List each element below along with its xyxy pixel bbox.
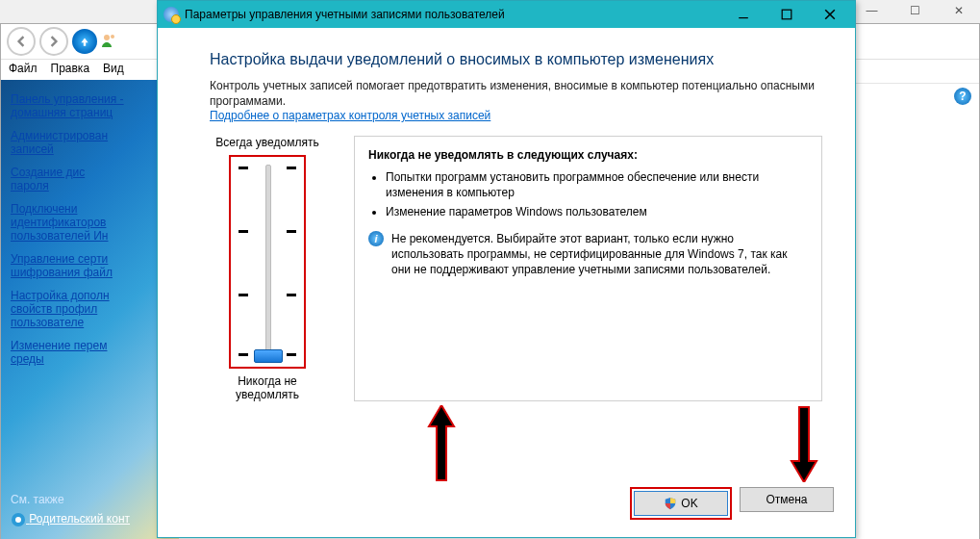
desc-note: Не рекомендуется. Выбирайте этот вариант… xyxy=(391,231,808,277)
svg-point-3 xyxy=(15,517,21,523)
side-link-profile[interactable]: Настройка дополнсвойств профилпользовате… xyxy=(11,289,169,329)
dialog-title: Параметры управления учетными записями п… xyxy=(185,8,721,21)
outer-minimize-button[interactable]: — xyxy=(850,0,893,21)
nav-forward-button[interactable] xyxy=(39,27,68,56)
menu-file[interactable]: Файл xyxy=(9,62,38,81)
shield-icon xyxy=(664,497,677,510)
uac-shield-icon xyxy=(163,7,179,22)
side-foot-link[interactable]: Родительский конт xyxy=(11,512,130,527)
slider-label-top: Всегда уведомлять xyxy=(210,136,325,149)
bg-side-panel: Панель управления -домашняя страниц Адми… xyxy=(1,80,179,539)
user-icon xyxy=(101,33,116,51)
uac-dialog: Параметры управления учетными записями п… xyxy=(157,0,856,538)
uac-slider-highlight xyxy=(229,155,306,369)
cancel-button[interactable]: Отмена xyxy=(740,487,834,512)
dialog-intro-text: Контроль учетных записей помогает предот… xyxy=(210,78,822,109)
desc-bullet: Попытки программ установить программное … xyxy=(386,169,808,200)
ok-button-highlight: OK xyxy=(630,487,732,520)
dialog-button-bar: OK Отмена xyxy=(630,487,834,520)
learn-more-link[interactable]: Подробнее о параметрах контроля учетных … xyxy=(210,109,490,122)
desc-bullet: Изменение параметров Windows пользовател… xyxy=(386,204,808,219)
side-link-connect[interactable]: Подключениидентификаторовпользователей И… xyxy=(11,202,169,243)
svg-rect-5 xyxy=(782,10,792,19)
side-foot-header: См. также xyxy=(11,493,130,506)
dialog-maximize-button[interactable] xyxy=(765,1,808,28)
side-link-env[interactable]: Изменение перемсреды xyxy=(11,339,169,366)
slider-description-panel: Никогда не уведомлять в следующих случая… xyxy=(354,136,822,401)
menu-edit[interactable]: Правка xyxy=(51,62,90,81)
dialog-minimize-button[interactable] xyxy=(721,1,765,28)
info-icon: i xyxy=(368,231,384,246)
outer-maximize-button[interactable]: ☐ xyxy=(893,0,937,21)
ok-button[interactable]: OK xyxy=(634,491,728,516)
menu-view[interactable]: Вид xyxy=(103,62,124,81)
side-link-disk[interactable]: Создание диспароля xyxy=(11,166,169,192)
svg-point-0 xyxy=(104,35,110,40)
outer-window-controls: — ☐ ✕ xyxy=(850,0,980,21)
help-icon[interactable]: ? xyxy=(954,88,971,105)
side-home-link[interactable]: Панель управления -домашняя страниц xyxy=(11,92,169,119)
slider-track xyxy=(265,165,271,359)
slider-label-bottom: Никогда не уведомлять xyxy=(210,374,325,401)
annotation-arrow-down-icon xyxy=(790,405,818,482)
desc-heading: Никогда не уведомлять в следующих случая… xyxy=(368,148,808,162)
ok-button-label: OK xyxy=(681,497,697,510)
side-link-certs[interactable]: Управление сертишифрования файл xyxy=(11,252,169,279)
dialog-close-button[interactable] xyxy=(808,1,851,28)
dialog-titlebar: Параметры управления учетными записями п… xyxy=(158,1,855,28)
side-link-admin[interactable]: Администрированзаписей xyxy=(11,129,169,156)
outer-close-button[interactable]: ✕ xyxy=(937,0,980,21)
cancel-button-label: Отмена xyxy=(766,493,807,506)
dialog-heading: Настройка выдачи уведомлений о вносимых … xyxy=(210,51,822,68)
annotation-arrow-up-icon xyxy=(427,405,456,482)
uac-slider-thumb[interactable] xyxy=(254,349,283,363)
nav-up-button[interactable] xyxy=(72,29,97,54)
svg-point-1 xyxy=(111,35,114,38)
nav-back-button[interactable] xyxy=(7,27,36,56)
